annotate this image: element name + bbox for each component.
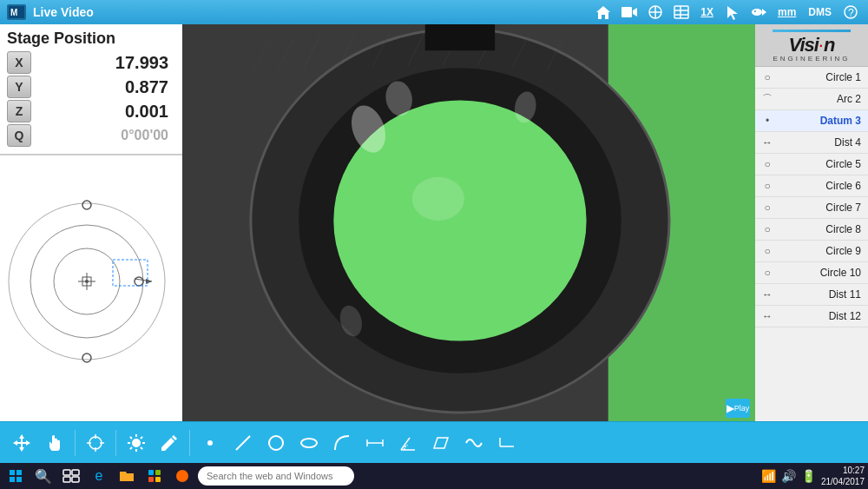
y-axis-btn[interactable]: Y — [7, 76, 31, 98]
pencil-tool-btn[interactable] — [155, 428, 184, 458]
brightness-tool-btn[interactable] — [122, 428, 151, 458]
svg-rect-89 — [155, 477, 161, 482]
measurement-label-11: Dist 11 — [776, 288, 865, 301]
measurement-item-6[interactable]: ○Circle 6 — [755, 175, 868, 197]
title-bar: M Live Video 1X mm DMS ? — [0, 0, 868, 24]
angle-tool-btn[interactable] — [393, 428, 423, 458]
move-tool-btn[interactable] — [7, 428, 36, 458]
z-axis-btn[interactable]: Z — [7, 100, 31, 122]
svg-line-64 — [141, 436, 142, 438]
measurement-item-8[interactable]: ○Circle 8 — [755, 219, 868, 241]
x-axis-btn[interactable]: X — [7, 51, 31, 74]
svg-point-36 — [412, 177, 464, 221]
svg-marker-13 — [762, 9, 766, 16]
y-coord-row: Y 0.877 — [7, 76, 175, 98]
measurement-item-4[interactable]: ↔Dist 4 — [755, 132, 868, 154]
svg-rect-86 — [148, 470, 154, 475]
hand-tool-btn[interactable] — [40, 428, 69, 458]
window-title: Live Video — [33, 5, 586, 19]
x-coord-row: X 17.993 — [7, 51, 175, 74]
magnification-label: 1X — [697, 4, 717, 20]
measurement-icon-3: • — [759, 112, 776, 129]
separator-1 — [75, 430, 76, 456]
vision-logo: Visi·n ENGINEERING — [773, 28, 850, 63]
svg-point-24 — [82, 354, 91, 362]
mm-unit-btn[interactable]: mm — [774, 4, 799, 20]
svg-line-67 — [236, 436, 250, 450]
line-tool-btn[interactable] — [228, 428, 258, 458]
measurement-label-3: Datum 3 — [776, 115, 865, 127]
measurement-item-5[interactable]: ○Circle 5 — [755, 154, 868, 175]
svg-point-66 — [207, 440, 213, 446]
measurement-icon-5: ○ — [759, 155, 776, 173]
table-icon[interactable] — [671, 3, 692, 22]
taskbar-explorer-icon[interactable] — [115, 465, 139, 487]
svg-rect-82 — [63, 470, 70, 475]
svg-marker-75 — [434, 438, 448, 448]
taskbar-search-input[interactable] — [198, 466, 354, 486]
svg-point-23 — [82, 201, 91, 209]
taskbar-store-icon[interactable] — [142, 465, 167, 487]
circle-tool-btn[interactable] — [261, 428, 291, 458]
play-button[interactable]: ▶ Play — [726, 399, 750, 418]
svg-text:?: ? — [848, 7, 854, 19]
main-area: Stage Position X 17.993 Y 0.877 Z 0.001 … — [0, 24, 868, 421]
measurement-list: ○Circle 1⌒Arc 2•Datum 3↔Dist 4○Circle 5○… — [755, 67, 868, 421]
home-icon[interactable] — [593, 3, 614, 22]
dms-unit-btn[interactable]: DMS — [805, 4, 835, 20]
svg-rect-2 — [621, 7, 632, 17]
measurement-item-7[interactable]: ○Circle 7 — [755, 197, 868, 219]
measure-icon[interactable] — [645, 3, 666, 22]
svg-rect-78 — [10, 470, 15, 475]
video-area[interactable]: ▶ Play — [182, 24, 755, 421]
app-logo: M — [7, 4, 26, 20]
svg-marker-27 — [146, 279, 152, 284]
curve-tool-btn[interactable] — [459, 428, 489, 458]
ellipse-tool-btn[interactable] — [294, 428, 324, 458]
svg-line-74 — [401, 438, 410, 450]
dot-tool-btn[interactable] — [195, 428, 225, 458]
diagram-area[interactable] — [0, 155, 182, 421]
svg-point-52 — [89, 437, 102, 449]
help-icon[interactable]: ? — [840, 3, 861, 22]
parallelogram-tool-btn[interactable] — [426, 428, 456, 458]
measurement-label-4: Dist 4 — [776, 136, 865, 149]
measurement-item-2[interactable]: ⌒Arc 2 — [755, 89, 868, 110]
taskbar-battery-icon: 🔋 — [801, 469, 816, 483]
svg-rect-87 — [155, 470, 161, 475]
arc-tool-btn[interactable] — [327, 428, 357, 458]
taskbar-search-icon[interactable]: 🔍 — [31, 465, 56, 487]
taskbar-app5-icon[interactable] — [170, 465, 194, 487]
vision-engineering-header: Visi·n ENGINEERING — [755, 24, 868, 67]
svg-rect-81 — [16, 477, 22, 482]
stage-position-panel: Stage Position X 17.993 Y 0.877 Z 0.001 … — [0, 24, 182, 155]
crosshair-tool-btn[interactable] — [81, 428, 110, 458]
measurement-item-10[interactable]: ○Circle 10 — [755, 262, 868, 284]
svg-rect-7 — [674, 6, 688, 18]
measurement-item-11[interactable]: ↔Dist 11 — [755, 284, 868, 306]
measurement-icon-1: ○ — [759, 69, 776, 86]
x-value: 17.993 — [31, 53, 175, 73]
taskbar-task-view-icon[interactable] — [59, 465, 83, 487]
y-value: 0.877 — [31, 77, 175, 97]
cursor-icon[interactable] — [722, 3, 743, 22]
vision-text: Visi — [789, 34, 819, 56]
start-button[interactable] — [3, 467, 28, 485]
q-axis-btn[interactable]: Q — [7, 124, 31, 147]
measurement-label-5: Circle 5 — [776, 158, 865, 170]
video-icon[interactable] — [619, 3, 640, 22]
right-panel: Visi·n ENGINEERING ○Circle 1⌒Arc 2•Datum… — [755, 24, 868, 421]
svg-rect-85 — [72, 477, 79, 482]
path-tool-btn[interactable] — [492, 428, 522, 458]
measurement-item-3[interactable]: •Datum 3 — [755, 110, 868, 132]
measurement-item-12[interactable]: ↔Dist 12 — [755, 306, 868, 327]
fish-icon[interactable] — [748, 3, 769, 22]
taskbar: 🔍 e 📶 🔊 🔋 10:27 21/04/2017 — [0, 463, 868, 489]
taskbar-edge-icon[interactable]: e — [87, 465, 111, 487]
measurement-item-9[interactable]: ○Circle 9 — [755, 241, 868, 262]
measurement-label-10: Circle 10 — [776, 267, 865, 279]
vision-text2: n — [824, 34, 834, 56]
measurement-item-1[interactable]: ○Circle 1 — [755, 67, 868, 89]
distance-tool-btn[interactable] — [360, 428, 390, 458]
measurement-icon-8: ○ — [759, 221, 776, 238]
